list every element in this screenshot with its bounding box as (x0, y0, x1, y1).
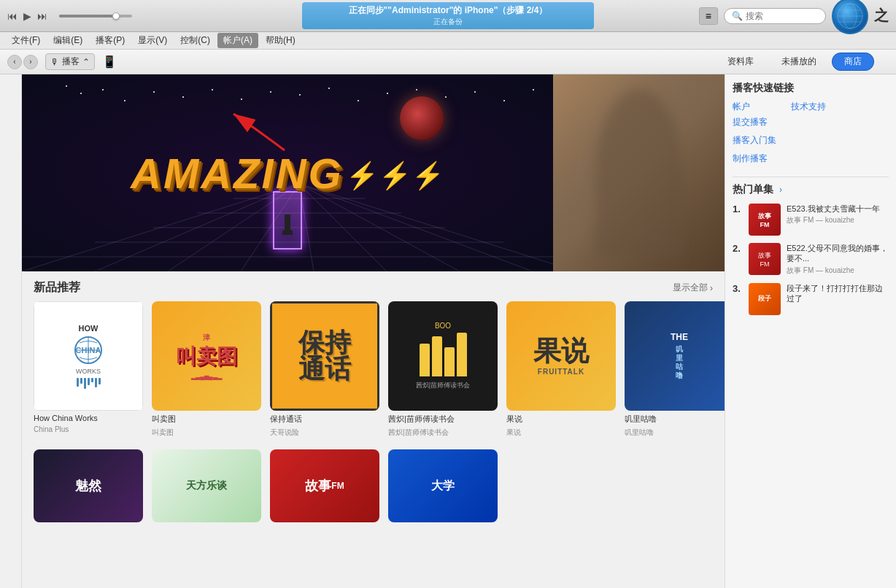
tab-unplayed[interactable]: 未播放的 (769, 53, 829, 71)
menu-bar: 文件(F) 编辑(E) 播客(P) 显示(V) 控制(C) 帐户(A) 帮助(H… (0, 32, 896, 50)
podcast-item-maitu[interactable]: 津 叫卖图 ▂▃▄▅▄▃▂ 叫卖图 叫卖图 (152, 301, 261, 438)
podcast-cover-gushi: 故事FM (270, 449, 379, 522)
podcast-name-howchina: How China Works (34, 414, 143, 422)
podcast-cover-guoshuo: 果说 FRUITTALK (506, 301, 616, 411)
quick-links-row: 帐户 提交播客 播客入门集 制作播客 技术支持 (733, 101, 889, 168)
hot-episode-title-1: E523.我被丈夫雪藏十一年 (787, 204, 889, 214)
podcast-name-guoshuo: 果说 (506, 414, 616, 425)
nav-forward-button[interactable]: › (23, 55, 38, 69)
show-all-button[interactable]: 显示全部 › (673, 282, 713, 294)
top-bar: ⏮ ▶ ⏭ 正在同步""Administrator"的 iPhone"（步骤 2… (0, 0, 896, 32)
menu-item-podcast[interactable]: 播客(P) (90, 33, 131, 48)
hot-episode-info-2: E522.父母不同意我的婚事，要不... 故事 FM — kouaizhe (787, 243, 889, 276)
podcast-author-jiaohu: 叽里咕噜 (625, 428, 725, 438)
hot-rank-1: 1. (733, 204, 743, 214)
center-panel: AMAZING ⚡⚡⚡ 新品推荐 显示全部 › (22, 74, 725, 588)
hot-episode-title-2: E522.父母不同意我的婚事，要不... (787, 243, 889, 264)
hot-episode-3[interactable]: 3. 段子 段子来了！打打打打住那边过了 (733, 283, 889, 315)
menu-item-control[interactable]: 控制(C) (174, 33, 216, 48)
quick-link-make[interactable]: 制作播客 (733, 150, 776, 168)
left-panel: 游尽 (0, 74, 22, 588)
hot-episode-podcast-1: 故事 FM — kouaizhe (787, 215, 889, 225)
quick-links-col2: 技术支持 (791, 101, 826, 168)
podcast-item-shuihui[interactable]: BOO 茜炽|苗师傅读书会 茜炽|苗师傅读书会 茜炽|苗师傅读书会 (388, 301, 498, 438)
podcast-cover-maitu: 津 叫卖图 ▂▃▄▅▄▃▂ (152, 301, 261, 411)
podcast-item-daxue[interactable]: 大学 (388, 449, 498, 522)
menu-item-view[interactable]: 显示(V) (132, 33, 173, 48)
menu-item-edit[interactable]: 编辑(E) (47, 33, 88, 48)
podcast-cover-tianfang: 天方乐谈 (152, 449, 261, 522)
hot-rank-3: 3. (733, 283, 743, 294)
tab-store[interactable]: 商店 (832, 53, 874, 71)
quick-link-support[interactable]: 技术支持 (791, 101, 826, 112)
hot-episode-info-1: E523.我被丈夫雪藏十一年 故事 FM — kouaizhe (787, 204, 889, 225)
quick-link-intro[interactable]: 播客入门集 (733, 131, 776, 150)
hero-banner[interactable]: AMAZING ⚡⚡⚡ (22, 74, 725, 271)
nav-back-button[interactable]: ‹ (7, 55, 22, 69)
new-items-header: 新品推荐 显示全部 › (22, 271, 725, 301)
podcast-item-ranran[interactable]: 魅然 (34, 449, 143, 522)
podcast-cover-shuihui: BOO 茜炽|苗师傅读书会 (388, 301, 498, 411)
hot-cover-2: 故事FM (749, 243, 781, 275)
progress-knob[interactable] (112, 12, 120, 20)
podcast-item-gushi[interactable]: 故事FM (270, 449, 379, 522)
podcast-grid: HOW CHINA (22, 301, 725, 438)
podcast-author-baochi: 天哥说险 (270, 428, 379, 438)
progress-bar[interactable] (59, 15, 132, 18)
hot-episode-podcast-2: 故事 FM — kouaizhe (787, 266, 889, 276)
nav-bar: ‹ › 🎙 播客 ⌃ 📱 资料库 未播放的 商店 (0, 50, 896, 74)
search-input[interactable] (746, 11, 818, 21)
tab-library[interactable]: 资料库 (715, 53, 766, 71)
podcast-item-baochi[interactable]: 保持通话 保持通话 天哥说险 (270, 301, 379, 438)
quick-link-account[interactable]: 帐户 (733, 101, 750, 112)
hot-episode-2[interactable]: 2. 故事FM E522.父母不同意我的婚事，要不... 故事 FM — kou… (733, 243, 889, 276)
top-right-controls: ≡ 🔍 之 (699, 0, 889, 34)
hot-episode-info-3: 段子来了！打打打打住那边过了 (787, 283, 889, 306)
hot-cover-3: 段子 (749, 283, 781, 315)
hero-moon (400, 96, 444, 140)
divider (733, 177, 889, 177)
quick-links-title: 播客快速链接 (733, 82, 889, 95)
hot-episodes-header: 热门单集 › (733, 183, 889, 196)
podcast-name-baochi: 保持通话 (270, 414, 379, 425)
menu-item-help[interactable]: 帮助(H) (260, 33, 301, 48)
podcast-item-jiaohu[interactable]: THE 叽里咕噜 叽里咕噜 叽里咕噜 (625, 301, 725, 438)
hot-rank-2: 2. (733, 243, 743, 254)
search-box[interactable]: 🔍 (724, 8, 826, 24)
podcast-author-maitu: 叫卖图 (152, 428, 261, 438)
globe-icon[interactable] (832, 0, 868, 34)
podcast-cover-ranran: 魅然 (34, 449, 143, 522)
play-button[interactable]: ▶ (23, 10, 31, 22)
sync-banner: 正在同步""Administrator"的 iPhone"（步骤 2/4） 正在… (302, 2, 594, 29)
hot-episode-1[interactable]: 1. 故事FM E523.我被丈夫雪藏十一年 故事 FM — kouaizhe (733, 204, 889, 236)
hot-episode-title-3: 段子来了！打打打打住那边过了 (787, 283, 889, 304)
sync-sub: 正在备份 (346, 17, 550, 27)
menu-item-account[interactable]: 帐户(A) (217, 33, 258, 48)
podcast-item-guoshuo[interactable]: 果说 FRUITTALK 果说 果说 (506, 301, 616, 438)
quick-links-col1: 帐户 提交播客 播客入门集 制作播客 (733, 101, 776, 168)
sync-title: 正在同步""Administrator"的 iPhone"（步骤 2/4） (346, 4, 550, 17)
quick-link-submit[interactable]: 提交播客 (733, 113, 776, 131)
menu-button[interactable]: ≡ (699, 7, 718, 25)
podcast-item-howchina[interactable]: HOW CHINA (34, 301, 143, 438)
podcast-selector[interactable]: 🎙 播客 ⌃ (45, 53, 95, 70)
podcast-cover-baochi: 保持通话 (270, 301, 379, 411)
rewind-button[interactable]: ⏮ (7, 10, 18, 22)
podcast-cover-howchina: HOW CHINA (34, 301, 143, 411)
podcast-author-guoshuo: 果说 (506, 428, 616, 438)
device-icon[interactable]: 📱 (102, 55, 117, 69)
hot-cover-1: 故事FM (749, 204, 781, 236)
show-all-chevron: › (710, 283, 713, 293)
podcast-label: 播客 (62, 55, 80, 68)
fast-forward-button[interactable]: ⏭ (37, 10, 47, 22)
menu-item-file[interactable]: 文件(F) (6, 33, 46, 48)
new-items-title: 新品推荐 (34, 280, 80, 295)
second-row: 魅然 天方乐谈 故事FM 大学 (22, 438, 725, 522)
podcast-cover-daxue: 大学 (388, 449, 498, 522)
hot-episodes-chevron[interactable]: › (779, 185, 782, 195)
hero-main-image: AMAZING ⚡⚡⚡ (22, 74, 553, 271)
podcast-name-maitu: 叫卖图 (152, 414, 261, 425)
nav-arrows: ‹ › (7, 55, 38, 69)
transport-controls: ⏮ ▶ ⏭ (7, 10, 138, 22)
podcast-item-tianfang[interactable]: 天方乐谈 (152, 449, 261, 522)
